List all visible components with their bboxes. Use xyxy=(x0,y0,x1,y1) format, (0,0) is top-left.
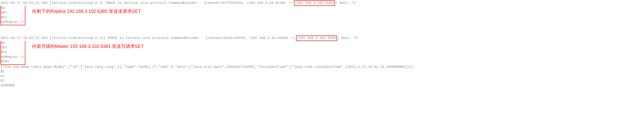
cmd-line: $3 xyxy=(1,41,24,46)
cmd-line: $2 xyxy=(0,69,644,74)
dash: - xyxy=(202,36,204,40)
log-entry-1: 2022-04-17 18:52:21.949 [lettuce-nioEven… xyxy=(0,0,644,6)
log-entry-2: 2022-04-17 18:52:21.953 [lettuce-nioEven… xyxy=(0,35,644,41)
channel-pre: [channel=0xff9fb236, /192.168.3.16:62491… xyxy=(204,1,292,5)
cmd-line: SET xyxy=(1,46,24,50)
cmd-line: $3 xyxy=(1,6,24,10)
logger: io.lettuce.core.protocol.CommandEncoder xyxy=(118,1,198,5)
cmd-line: $11 xyxy=(1,15,24,20)
thread: [lettuce-nioEventLoop-4-4] xyxy=(50,1,103,5)
logger: io.lettuce.core.protocol.CommandEncoder xyxy=(120,36,200,40)
cmd-line: $201 xyxy=(1,59,24,64)
thread: [lettuce-nioEventLoop-4-11] xyxy=(50,36,105,40)
cmd-line: GET xyxy=(1,11,24,15)
highlight-target-1: /192.168.3.102:6382 xyxy=(294,0,335,6)
cmd-line: myRegion::1 xyxy=(1,20,24,24)
annotation-1: 向剩下的Replica 192.168.3.102:6382 发送读请求GET xyxy=(32,8,141,14)
cmd-line: myRegion::1 xyxy=(1,55,24,59)
timestamp: 2022-04-17 18:52:21.949 xyxy=(0,1,48,5)
highlight-target-2: /192.168.3.102:6381 xyxy=(296,35,337,41)
cmd-row-1: $3 GET $11 myRegion::1 向剩下的Replica 192.1… xyxy=(0,6,644,25)
cmd-line: 3600000 xyxy=(0,83,644,88)
separator: ... xyxy=(0,28,644,33)
level: TRACE xyxy=(107,36,118,40)
channel-post: ] Sent: *2 xyxy=(335,1,355,5)
cmd-line: PX xyxy=(0,74,644,79)
cmd-line: $11 xyxy=(1,50,24,55)
cmd-block-1: $3 GET $11 myRegion::1 xyxy=(0,6,25,25)
level: TRACE xyxy=(105,1,116,5)
payload-line: ["com.luo.demo.redis.bean.MyObj",{"id":[… xyxy=(0,65,644,69)
channel-post: ] Sent: *5 xyxy=(337,36,357,40)
annotation-2: 向新升级的Master 192.168.3.102:6381 发送写请求SET xyxy=(32,43,144,49)
channel-pre: [channel=0xd1c46320, /192.168.3.16:62845… xyxy=(206,36,294,40)
dash: - xyxy=(200,1,202,5)
cmd-row-2: $3 SET $11 myRegion::1 $201 向新升级的Master … xyxy=(0,41,644,65)
cmd-block-2: $3 SET $11 myRegion::1 $201 xyxy=(0,41,25,65)
cmd-line: $7 xyxy=(0,79,644,83)
timestamp: 2022-04-17 18:52:21.953 xyxy=(0,36,48,40)
